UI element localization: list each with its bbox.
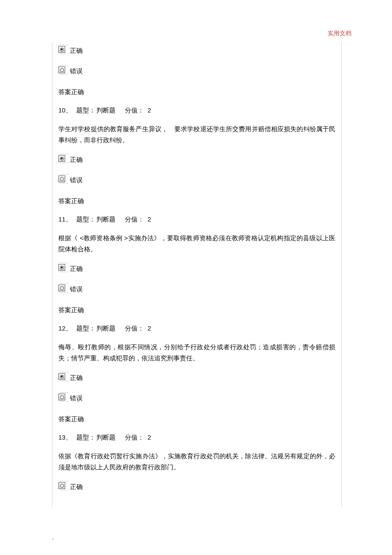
q13-score: 2 [147, 433, 151, 443]
q12-score: 2 [147, 324, 151, 334]
q10-number: 10、 [58, 106, 72, 115]
q12-text: 侮辱、殴打教师的，根据不同情况，分别给予行政处分或者行政处罚；造成损害的，责令赔… [52, 336, 341, 366]
radio-selected-icon [58, 372, 68, 381]
q11-score: 2 [147, 215, 151, 224]
question-10: 10、 题型：判断题 分值： 2 学生对学校提供的教育服务产生异议， 要求学校退… [52, 100, 341, 209]
question-11: 11、 题型：判断题 分值： 2 根据《 <教师资格条例 >实施办法》，要取得教… [52, 209, 341, 318]
q11-header: 11、 题型：判断题 分值： 2 [52, 209, 341, 227]
q10-header: 10、 题型：判断题 分值： 2 [52, 100, 341, 118]
q13-number: 13、 [58, 433, 72, 443]
radio-unselected-icon [58, 65, 68, 75]
type-label: 题型： [76, 324, 95, 334]
option-label-wrong: 错误 [70, 395, 83, 402]
score-label: 分值： [125, 324, 144, 334]
q10-option-correct[interactable]: 正确 [52, 152, 341, 165]
page-header-label: 实用文档 [0, 0, 392, 42]
q9-answer-result: 答案正确 [52, 80, 341, 100]
q10-type: 判断题 [96, 106, 115, 115]
q12-option-correct[interactable]: 正确 [52, 370, 341, 383]
radio-selected-icon [58, 154, 68, 163]
option-label-wrong: 错误 [70, 177, 83, 184]
q12-number: 12、 [58, 324, 72, 334]
q10-text: 学生对学校提供的教育服务产生异议， 要求学校退还学生所交费用并赔偿相应损失的纠纷… [52, 118, 341, 148]
q11-type: 判断题 [96, 215, 115, 224]
q9-option-correct[interactable]: 正确 [52, 43, 341, 56]
q10-answer-result: 答案正确 [52, 189, 341, 209]
option-label-correct: 正确 [70, 156, 83, 163]
radio-unselected-icon [58, 481, 68, 490]
q13-option-correct[interactable]: 正确 [52, 479, 341, 492]
option-label-correct: 正确 [70, 47, 83, 54]
option-label-correct: 正确 [70, 483, 83, 490]
type-label: 题型： [76, 106, 95, 115]
q11-answer-result: 答案正确 [52, 298, 341, 318]
type-label: 题型： [76, 215, 95, 224]
score-label: 分值： [125, 106, 144, 115]
question-9-partial: 正确 错误 答案正确 [52, 43, 341, 100]
option-label-wrong: 错误 [70, 68, 83, 75]
q9-option-wrong[interactable]: 错误 [52, 63, 341, 76]
score-label: 分值： [125, 215, 144, 224]
score-label: 分值： [125, 433, 144, 443]
q13-text: 依据《教育行政处罚暂行实施办法》，实施教育行政处罚的机关，除法律、法规另有规定的… [52, 445, 341, 475]
option-label-correct: 正确 [70, 265, 83, 272]
footer-dot: . [0, 507, 392, 543]
q11-number: 11、 [58, 215, 72, 224]
type-label: 题型： [76, 433, 95, 443]
radio-unselected-icon [58, 392, 68, 402]
radio-selected-icon [58, 45, 68, 54]
q10-score: 2 [147, 106, 151, 115]
q10-option-wrong[interactable]: 错误 [52, 173, 341, 185]
option-label-wrong: 错误 [70, 286, 83, 293]
q11-option-wrong[interactable]: 错误 [52, 282, 341, 294]
q12-option-wrong[interactable]: 错误 [52, 391, 341, 403]
q12-type: 判断题 [96, 324, 115, 334]
option-label-correct: 正确 [70, 374, 83, 381]
radio-unselected-icon [58, 283, 68, 293]
q11-text: 根据《 <教师资格条例 >实施办法》，要取得教师资格必须在教师资格认定机构指定的… [52, 227, 341, 257]
q12-answer-result: 答案正确 [52, 407, 341, 427]
content-area: 正确 错误 答案正确 10、 题型：判断题 分值： 2 学生对学校提供的教育服务… [52, 42, 342, 507]
question-12: 12、 题型：判断题 分值： 2 侮辱、殴打教师的，根据不同情况，分别给予行政处… [52, 318, 341, 427]
radio-unselected-icon [58, 174, 68, 184]
radio-selected-icon [58, 263, 68, 272]
q13-header: 13、 题型：判断题 分值： 2 [52, 427, 341, 445]
q12-header: 12、 题型：判断题 分值： 2 [52, 318, 341, 336]
q13-type: 判断题 [96, 433, 115, 443]
q11-option-correct[interactable]: 正确 [52, 261, 341, 274]
question-13: 13、 题型：判断题 分值： 2 依据《教育行政处罚暂行实施办法》，实施教育行政… [52, 427, 341, 492]
